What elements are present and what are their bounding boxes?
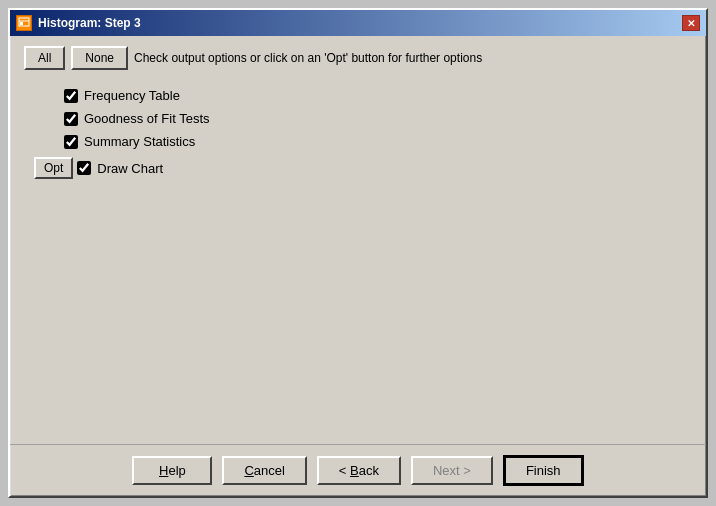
title-bar: Histogram: Step 3 ✕ xyxy=(10,10,706,36)
all-button[interactable]: All xyxy=(24,46,65,70)
content-area: All None Check output options or click o… xyxy=(10,36,706,444)
instruction-text: Check output options or click on an 'Opt… xyxy=(134,51,482,65)
goodness-of-fit-text: Goodness of Fit Tests xyxy=(84,111,210,126)
window-icon xyxy=(16,15,32,31)
cancel-button[interactable]: Cancel xyxy=(222,456,306,485)
none-button[interactable]: None xyxy=(71,46,128,70)
cancel-underline: C xyxy=(244,463,253,478)
back-underline: B xyxy=(350,463,359,478)
summary-statistics-text: Summary Statistics xyxy=(84,134,195,149)
frequency-table-text: Frequency Table xyxy=(84,88,180,103)
draw-chart-label[interactable]: Draw Chart xyxy=(77,161,163,176)
frequency-table-label[interactable]: Frequency Table xyxy=(64,88,180,103)
bottom-bar: Help Cancel < Back Next > Finish xyxy=(10,444,706,496)
frequency-table-row: Frequency Table xyxy=(64,88,682,103)
summary-statistics-checkbox[interactable] xyxy=(64,135,78,149)
finish-button[interactable]: Finish xyxy=(503,455,584,486)
goodness-of-fit-checkbox[interactable] xyxy=(64,112,78,126)
draw-chart-row: Opt Draw Chart xyxy=(34,157,682,179)
back-button[interactable]: < Back xyxy=(317,456,401,485)
summary-statistics-label[interactable]: Summary Statistics xyxy=(64,134,195,149)
next-button[interactable]: Next > xyxy=(411,456,493,485)
goodness-of-fit-row: Goodness of Fit Tests xyxy=(64,111,682,126)
help-underline: H xyxy=(159,463,168,478)
summary-statistics-row: Summary Statistics xyxy=(64,134,682,149)
help-button[interactable]: Help xyxy=(132,456,212,485)
frequency-table-checkbox[interactable] xyxy=(64,89,78,103)
close-button[interactable]: ✕ xyxy=(682,15,700,31)
top-bar: All None Check output options or click o… xyxy=(24,46,692,70)
svg-rect-2 xyxy=(20,22,23,25)
window-title: Histogram: Step 3 xyxy=(38,16,141,30)
draw-chart-checkbox[interactable] xyxy=(77,161,91,175)
opt-button[interactable]: Opt xyxy=(34,157,73,179)
options-area: Frequency Table Goodness of Fit Tests Su… xyxy=(24,84,692,434)
main-window: Histogram: Step 3 ✕ All None Check outpu… xyxy=(8,8,708,498)
goodness-of-fit-label[interactable]: Goodness of Fit Tests xyxy=(64,111,210,126)
draw-chart-text: Draw Chart xyxy=(97,161,163,176)
